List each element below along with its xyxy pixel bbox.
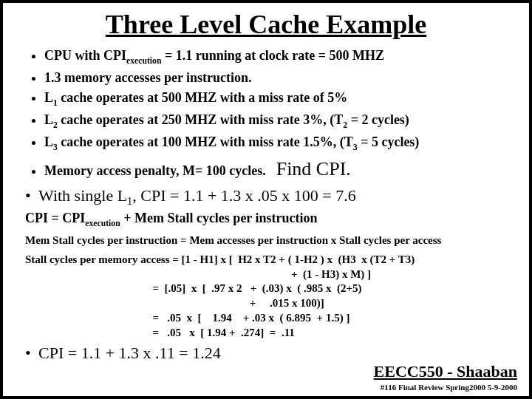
- calc-line-1: Stall cycles per memory access = [1 - H1…: [25, 253, 507, 267]
- calc-line-4: + .015 x 100)]: [25, 296, 507, 310]
- bullet-list: CPU with CPIexecution = 1.1 running at c…: [25, 47, 507, 153]
- penalty-text: Memory access penalty, M= 100 cycles.: [44, 163, 266, 180]
- slide: Three Level Cache Example CPU with CPIex…: [0, 0, 532, 399]
- bullet-l1: L1 cache operates at 500 MHZ with a miss…: [44, 89, 507, 109]
- bullet-penalty: Memory access penalty, M= 100 cycles. Fi…: [44, 157, 507, 182]
- result-line: •CPI = 1.1 + 1.3 x .11 = 1.24: [25, 344, 507, 363]
- single-l1-line: •With single L1, CPI = 1.1 + 1.3 x .05 x…: [25, 186, 507, 208]
- bullet-list-2: Memory access penalty, M= 100 cycles. Fi…: [25, 157, 507, 182]
- calc-line-5: = .05 x [ 1.94 + .03 x ( 6.895 + 1.5) ]: [25, 311, 507, 325]
- footer-subtitle: #116 Final Review Spring2000 5-9-2000: [374, 383, 517, 392]
- mem-stall-eqn: Mem Stall cycles per instruction = Mem a…: [25, 234, 507, 247]
- calc-line-6: = .05 x [ 1.94 + .274] = .11: [25, 326, 507, 340]
- bullet-cpu: CPU with CPIexecution = 1.1 running at c…: [44, 47, 507, 66]
- find-cpi-text: Find CPI.: [276, 157, 351, 182]
- footer: EECC550 - Shaaban #116 Final Review Spri…: [374, 362, 517, 392]
- bullet-mem-access: 1.3 memory accesses per instruction.: [44, 69, 507, 86]
- calc-line-2: + (1 - H3) x M) ]: [25, 267, 507, 282]
- bullet-l2: L2 cache operates at 250 MHZ with miss r…: [44, 112, 507, 131]
- cpi-equation: CPI = CPIexecution + Mem Stall cycles pe…: [25, 211, 507, 228]
- footer-title: EECC550 - Shaaban: [374, 362, 517, 381]
- page-title: Three Level Cache Example: [25, 9, 507, 40]
- bullet-l3: L3 cache operates at 100 MHZ with miss r…: [44, 134, 507, 153]
- calc-line-3: = [.05] x [ .97 x 2 + (.03) x ( .985 x (…: [25, 282, 507, 296]
